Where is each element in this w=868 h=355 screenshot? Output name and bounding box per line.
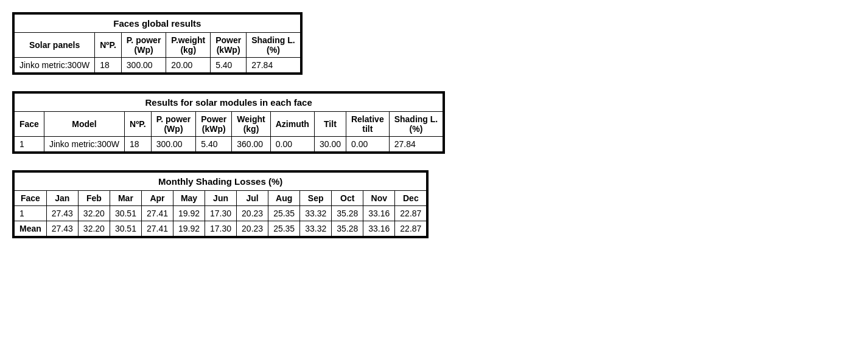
cell-power2: 5.40 [196,137,232,153]
table3-header-mar: Mar [110,191,141,206]
table2-title: Results for solar modules in each face [14,93,443,112]
table1-title: Faces global results [14,14,301,33]
cell-feb-mean: 32.20 [78,221,110,237]
table3-header-jan: Jan [46,191,78,206]
faces-global-results-wrapper: Faces global results Solar panels NºP. P… [12,12,303,75]
table2-header-5: Weight(kg) [232,112,270,137]
cell-azimuth: 0.00 [270,137,314,153]
table3-header-apr: Apr [141,191,173,206]
solar-modules-wrapper: Results for solar modules in each face F… [12,91,445,154]
cell-tilt: 30.00 [314,137,346,153]
table3-header-may: May [173,191,205,206]
table1-header-5: Shading L.(%) [247,33,301,58]
cell-may-mean: 19.92 [173,221,205,237]
table3-header-jul: Jul [237,191,268,206]
cell-jun-mean: 17.30 [205,221,237,237]
table3-header-oct: Oct [332,191,363,206]
table3-header-sep: Sep [300,191,332,206]
table3-header-face: Face [14,191,46,206]
cell-nop: 18 [95,58,122,74]
table1-header-0: Solar panels [14,33,95,58]
table1-header-1: NºP. [95,33,122,58]
cell-model: Jinko metric:300W [44,137,124,153]
solar-modules-table: Results for solar modules in each face F… [13,92,444,153]
table2-header-4: Power(kWp) [196,112,232,137]
cell-p-power2: 300.00 [151,137,196,153]
table2-header-8: Relativetilt [346,112,389,137]
cell-jan-1: 27.43 [46,206,78,221]
table-row: 1 Jinko metric:300W 18 300.00 5.40 360.0… [14,137,443,153]
cell-shading2: 27.84 [389,137,443,153]
table3-header-nov: Nov [363,191,395,206]
table2-header-6: Azimuth [270,112,314,137]
cell-feb-1: 32.20 [78,206,110,221]
table-row: 1 27.43 32.20 30.51 27.41 19.92 17.30 20… [14,206,427,221]
monthly-shading-wrapper: Monthly Shading Losses (%) Face Jan Feb … [12,170,429,238]
monthly-shading-section: Monthly Shading Losses (%) Face Jan Feb … [12,170,856,240]
cell-jul-1: 20.23 [237,206,268,221]
cell-dec-mean: 22.87 [395,221,427,237]
cell-face: 1 [14,137,44,153]
cell-shading: 27.84 [247,58,301,74]
table2-header-1: Model [44,112,124,137]
table2-header-2: NºP. [125,112,152,137]
cell-face-1: 1 [14,206,46,221]
cell-aug-mean: 25.35 [268,221,300,237]
table3-header-aug: Aug [268,191,300,206]
cell-nop2: 18 [125,137,152,153]
table3-header-feb: Feb [78,191,110,206]
cell-jun-1: 17.30 [205,206,237,221]
monthly-shading-table: Monthly Shading Losses (%) Face Jan Feb … [13,171,427,237]
faces-global-results-table: Faces global results Solar panels NºP. P… [13,13,301,74]
cell-may-1: 19.92 [173,206,205,221]
cell-mean-label: Mean [14,221,46,237]
cell-dec-1: 22.87 [395,206,427,221]
cell-oct-1: 35.28 [332,206,363,221]
cell-aug-1: 25.35 [268,206,300,221]
table1-header-4: Power(kWp) [211,33,247,58]
cell-apr-1: 27.41 [141,206,173,221]
table2-header-3: P. power(Wp) [151,112,196,137]
table-row-mean: Mean 27.43 32.20 30.51 27.41 19.92 17.30… [14,221,427,237]
table3-title: Monthly Shading Losses (%) [14,172,427,191]
cell-rel-tilt: 0.00 [346,137,389,153]
cell-power: 5.40 [211,58,247,74]
table2-header-7: Tilt [314,112,346,137]
cell-apr-mean: 27.41 [141,221,173,237]
table3-header-dec: Dec [395,191,427,206]
solar-modules-section: Results for solar modules in each face F… [12,91,856,156]
table2-header-9: Shading L.(%) [389,112,443,137]
cell-solar-panels: Jinko metric:300W [14,58,95,74]
cell-sep-mean: 33.32 [300,221,332,237]
table3-header-jun: Jun [205,191,237,206]
cell-jul-mean: 20.23 [237,221,268,237]
faces-global-results-section: Faces global results Solar panels NºP. P… [12,12,856,77]
cell-nov-1: 33.16 [363,206,395,221]
cell-mar-1: 30.51 [110,206,141,221]
cell-weight: 360.00 [232,137,270,153]
table2-header-0: Face [14,112,44,137]
table1-header-3: P.weight(kg) [166,33,211,58]
table1-header-2: P. power(Wp) [121,33,166,58]
table-row: Jinko metric:300W 18 300.00 20.00 5.40 2… [14,58,301,74]
cell-nov-mean: 33.16 [363,221,395,237]
cell-sep-1: 33.32 [300,206,332,221]
cell-p-power: 300.00 [121,58,166,74]
cell-p-weight: 20.00 [166,58,211,74]
cell-jan-mean: 27.43 [46,221,78,237]
cell-oct-mean: 35.28 [332,221,363,237]
cell-mar-mean: 30.51 [110,221,141,237]
